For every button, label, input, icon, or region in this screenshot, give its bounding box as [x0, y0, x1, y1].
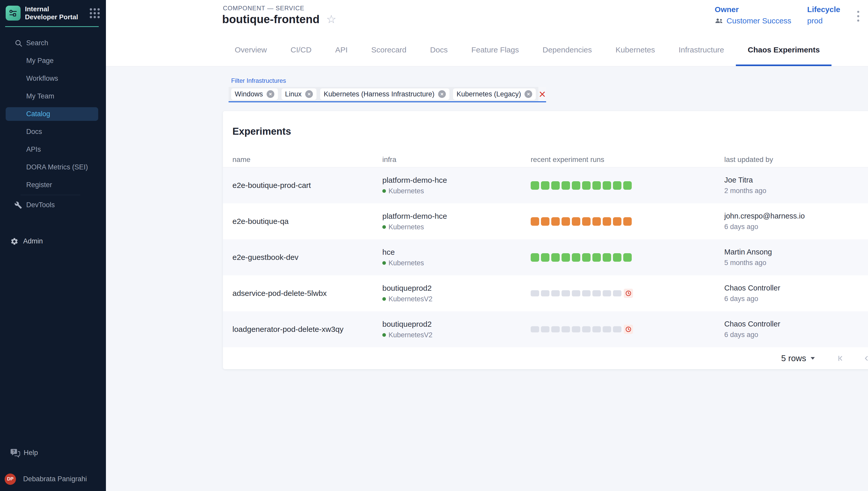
run-status-square-failed[interactable]	[613, 217, 621, 226]
run-status-square-idle[interactable]	[592, 326, 601, 333]
tabbar: Overview CI/CD API Scorecard Docs Featur…	[106, 33, 868, 66]
run-status-square-failed[interactable]	[623, 217, 632, 226]
tab-feature-flags[interactable]: Feature Flags	[459, 33, 531, 66]
run-status-square-idle[interactable]	[531, 290, 539, 296]
run-status-square-failed[interactable]	[561, 217, 570, 226]
favorite-star-icon[interactable]: ☆	[326, 13, 336, 25]
run-status-square-success[interactable]	[623, 181, 632, 190]
owner-value: Customer Success	[727, 17, 791, 25]
run-status-square-idle[interactable]	[561, 290, 570, 296]
run-status-square-success[interactable]	[592, 253, 601, 262]
run-status-square-idle[interactable]	[582, 326, 590, 333]
sidebar-item-register[interactable]: Register	[0, 176, 106, 194]
run-status-square-failed[interactable]	[582, 217, 590, 226]
sidebar-item-my-page[interactable]: My Page	[0, 52, 106, 70]
first-page-icon[interactable]	[837, 354, 845, 362]
run-status-square-success[interactable]	[603, 253, 611, 262]
user-menu[interactable]: DP Debabrata Panigrahi	[0, 470, 106, 488]
run-status-square-idle[interactable]	[541, 290, 549, 296]
tab-overview[interactable]: Overview	[223, 33, 279, 66]
chip-remove-icon[interactable]: ×	[305, 90, 313, 98]
rows-per-page-select[interactable]: 5 rows	[781, 353, 815, 363]
run-status-square-idle[interactable]	[603, 326, 611, 333]
previous-page-icon[interactable]	[863, 354, 868, 362]
clear-filters-icon[interactable]: ×	[539, 87, 546, 101]
run-status-square-failed[interactable]	[551, 217, 560, 226]
infra-status-dot	[382, 261, 386, 265]
run-status-square-success[interactable]	[541, 253, 549, 262]
run-status-square-idle[interactable]	[613, 326, 621, 333]
run-status-square-idle[interactable]	[572, 290, 580, 296]
run-status-square-idle[interactable]	[572, 326, 580, 333]
run-status-square-idle[interactable]	[531, 326, 539, 333]
run-status-square-success[interactable]	[551, 181, 560, 190]
tab-infrastructure[interactable]: Infrastructure	[667, 33, 736, 66]
sidebar-item-search[interactable]: Search	[0, 34, 106, 52]
run-status-square-failed[interactable]	[531, 217, 539, 226]
run-status-square-idle[interactable]	[603, 290, 611, 296]
run-status-square-success[interactable]	[582, 181, 590, 190]
sidebar-item-help[interactable]: ? Help	[0, 444, 106, 462]
sidebar-item-devtools[interactable]: DevTools	[0, 196, 106, 214]
run-status-square-success[interactable]	[613, 253, 621, 262]
kebab-menu-icon[interactable]	[856, 10, 860, 23]
filter-infrastructures-label[interactable]: Filter Infrastructures	[231, 77, 286, 84]
run-status-square-idle[interactable]	[541, 326, 549, 333]
run-status-square-success[interactable]	[551, 253, 560, 262]
run-status-square-idle[interactable]	[551, 290, 560, 296]
tab-kubernetes[interactable]: Kubernetes	[604, 33, 667, 66]
run-status-square-failed[interactable]	[572, 217, 580, 226]
run-status-square-idle[interactable]	[613, 290, 621, 296]
run-status-square-idle[interactable]	[592, 290, 601, 296]
run-status-square-failed[interactable]	[603, 217, 611, 226]
sidebar-item-workflows[interactable]: Workflows	[0, 70, 106, 87]
filter-chips[interactable]: Windows × Linux × Kubernetes (Harness In…	[229, 87, 539, 101]
run-status-square-success[interactable]	[561, 181, 570, 190]
app-logo-icon[interactable]	[6, 6, 21, 21]
apps-grid-icon[interactable]	[90, 8, 102, 18]
sidebar-header: Internal Developer Portal	[0, 0, 106, 21]
tab-docs[interactable]: Docs	[418, 33, 459, 66]
run-status-square-success[interactable]	[603, 181, 611, 190]
updated-cell: Chaos Controller 6 days ago	[724, 284, 868, 303]
chip-remove-icon[interactable]: ×	[524, 90, 532, 98]
run-status-square-success[interactable]	[531, 181, 539, 190]
owner-link[interactable]: Customer Success	[715, 17, 791, 25]
sidebar-item-docs[interactable]: Docs	[0, 123, 106, 141]
sidebar-item-catalog[interactable]: Catalog	[6, 107, 98, 121]
tab-chaos-experiments[interactable]: Chaos Experiments	[736, 33, 832, 66]
chip-remove-icon[interactable]: ×	[438, 90, 446, 98]
run-status-square-failed[interactable]	[541, 217, 549, 226]
run-status-square-success[interactable]	[561, 253, 570, 262]
sidebar-item-apis[interactable]: APIs	[0, 141, 106, 158]
sidebar-item-my-team[interactable]: My Team	[0, 87, 106, 105]
infra-name: platform-demo-hce	[382, 212, 531, 221]
run-status-square-idle[interactable]	[582, 290, 590, 296]
run-overdue-tile[interactable]	[624, 325, 633, 334]
run-status-square-success[interactable]	[613, 181, 621, 190]
run-status-square-idle[interactable]	[551, 326, 560, 333]
run-status-square-success[interactable]	[592, 181, 601, 190]
run-status-square-success[interactable]	[531, 253, 539, 262]
table-row: adservice-pod-delete-5lwbx boutiqueprod2…	[223, 275, 868, 311]
run-status-square-success[interactable]	[572, 181, 580, 190]
tab-dependencies[interactable]: Dependencies	[531, 33, 604, 66]
run-status-square-success[interactable]	[541, 181, 549, 190]
run-status-square-idle[interactable]	[561, 326, 570, 333]
sidebar-item-dora-metrics[interactable]: DORA Metrics (SEI)	[0, 158, 106, 176]
updated-when: 2 months ago	[724, 187, 868, 195]
infra-cell: boutiqueprod2 KubernetesV2	[382, 320, 531, 339]
infra-type: KubernetesV2	[388, 295, 432, 303]
tab-api[interactable]: API	[323, 33, 359, 66]
updated-when: 6 days ago	[724, 223, 868, 231]
run-status-square-failed[interactable]	[592, 217, 601, 226]
main: COMPONENT — SERVICE boutique-frontend ☆ …	[106, 0, 868, 491]
run-status-square-success[interactable]	[582, 253, 590, 262]
chip-remove-icon[interactable]: ×	[267, 90, 274, 98]
run-overdue-tile[interactable]	[624, 289, 633, 298]
tab-scorecard[interactable]: Scorecard	[359, 33, 418, 66]
run-status-square-success[interactable]	[623, 253, 632, 262]
tab-cicd[interactable]: CI/CD	[279, 33, 323, 66]
sidebar-item-admin[interactable]: Admin	[0, 232, 106, 250]
run-status-square-success[interactable]	[572, 253, 580, 262]
